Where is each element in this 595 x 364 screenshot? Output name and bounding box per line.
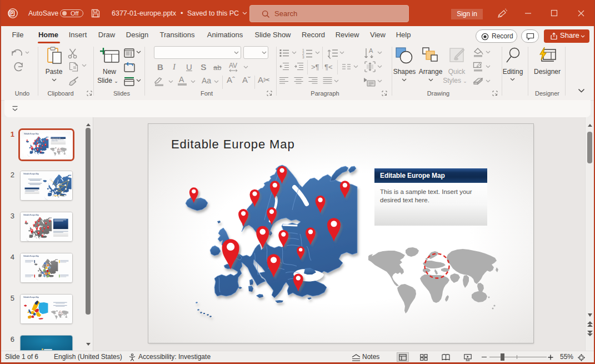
- svg-text:AV: AV: [229, 62, 237, 69]
- svg-text:A: A: [369, 47, 373, 54]
- svg-text:3: 3: [302, 55, 304, 58]
- svg-text:P: P: [10, 11, 13, 16]
